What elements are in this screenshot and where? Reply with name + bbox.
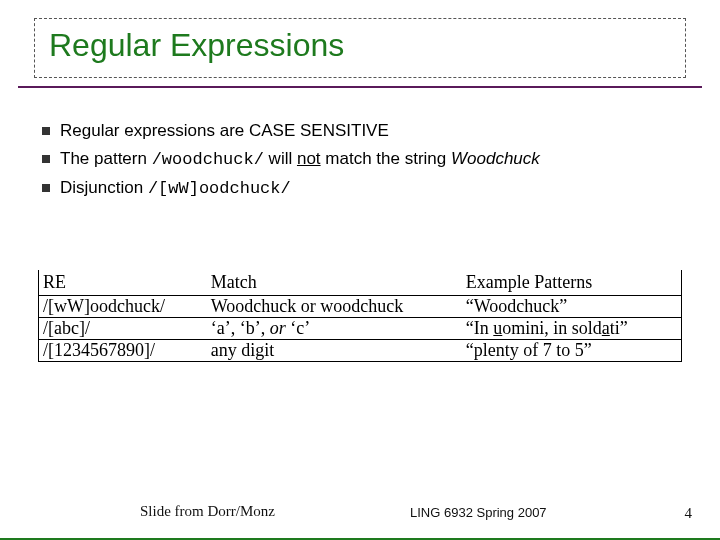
code-disjunction: /[wW]oodchuck/ — [148, 179, 291, 198]
bullet-list: Regular expressions are CASE SENSITIVE T… — [40, 120, 680, 201]
th-match: Match — [209, 270, 464, 296]
title-box: Regular Expressions — [34, 18, 686, 78]
table-header-row: RE Match Example Patterns — [39, 270, 682, 296]
table-row: /[1234567890]/ any digit “plenty of 7 to… — [39, 340, 682, 362]
th-re: RE — [39, 270, 209, 296]
bullet-case-sensitive: Regular expressions are CASE SENSITIVE — [40, 120, 680, 143]
bullet-text-mid: will — [264, 149, 297, 168]
bullet-text-not: not — [297, 149, 321, 168]
table-row: /[wW]oodchuck/ Woodchuck or woodchuck “W… — [39, 296, 682, 318]
cell-ex-u2: a — [602, 318, 610, 338]
page-title: Regular Expressions — [49, 27, 671, 64]
slide: Regular Expressions Regular expressions … — [0, 0, 720, 540]
bullet-text: Regular expressions are CASE SENSITIVE — [60, 121, 389, 140]
th-example: Example Patterns — [464, 270, 682, 296]
cell-example: “In uomini, in soldati” — [464, 318, 682, 340]
cell-re: /[1234567890]/ — [39, 340, 209, 362]
cell-ex-u1: u — [493, 318, 502, 338]
bullet-pattern-not-match: The pattern /woodchuck/ will not match t… — [40, 148, 680, 172]
footer-course: LING 6932 Spring 2007 — [410, 505, 547, 520]
cell-re: /[abc]/ — [39, 318, 209, 340]
bullet-text-woodchuck-italic: Woodchuck — [451, 149, 540, 168]
cell-match-pre: ‘a’, ‘b’, — [211, 318, 270, 338]
cell-re: /[wW]oodchuck/ — [39, 296, 209, 318]
cell-match: Woodchuck or woodchuck — [209, 296, 464, 318]
cell-match-ital: or — [270, 318, 286, 338]
regex-table: RE Match Example Patterns /[wW]oodchuck/… — [38, 270, 682, 362]
bullet-disjunction: Disjunction /[wW]oodchuck/ — [40, 177, 680, 201]
content-area: Regular expressions are CASE SENSITIVE T… — [40, 120, 680, 206]
regex-table-wrap: RE Match Example Patterns /[wW]oodchuck/… — [38, 270, 682, 362]
cell-ex-post: ti” — [610, 318, 628, 338]
cell-example: “plenty of 7 to 5” — [464, 340, 682, 362]
cell-ex-pre: “In — [466, 318, 493, 338]
bullet-text-pre: Disjunction — [60, 178, 148, 197]
cell-match: ‘a’, ‘b’, or ‘c’ — [209, 318, 464, 340]
cell-match-post: ‘c’ — [286, 318, 310, 338]
bullet-text-pre: The pattern — [60, 149, 152, 168]
table-row: /[abc]/ ‘a’, ‘b’, or ‘c’ “In uomini, in … — [39, 318, 682, 340]
title-underline — [18, 82, 702, 88]
cell-ex-mid: omini, in sold — [502, 318, 602, 338]
cell-match: any digit — [209, 340, 464, 362]
footer-page-number: 4 — [685, 505, 693, 522]
bullet-text-post: match the string — [321, 149, 451, 168]
footer-attribution: Slide from Dorr/Monz — [140, 503, 275, 520]
cell-example: “Woodchuck” — [464, 296, 682, 318]
code-woodchuck: /woodchuck/ — [152, 150, 264, 169]
